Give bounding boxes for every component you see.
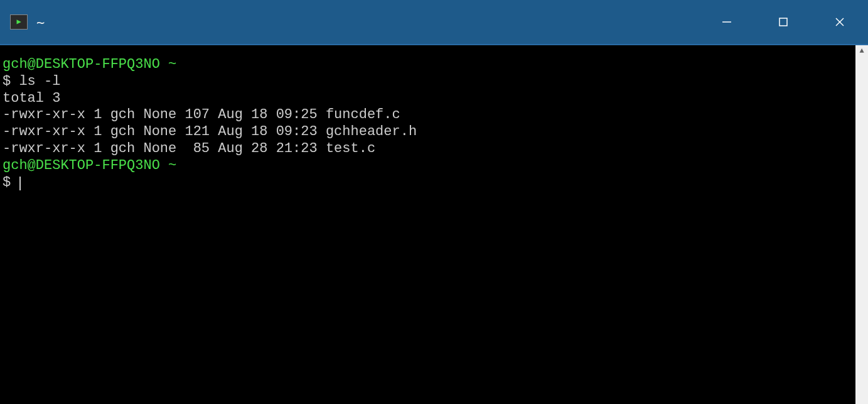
prompt-path: ~ [168,57,176,72]
minimize-icon [721,16,732,28]
terminal-window: ▶ ~ gch@DESKTOP-FFPQ3NO ~ $ ls -l total … [0,0,868,404]
close-icon [834,16,845,28]
command-text: ls -l [19,74,60,89]
close-button[interactable] [812,0,868,44]
terminal-output[interactable]: gch@DESKTOP-FFPQ3NO ~ $ ls -l total 3 -r… [0,45,855,404]
cursor [19,177,21,190]
terminal-icon: ▶ [16,18,21,26]
prompt-path: ~ [168,158,176,173]
prompt-user-host: gch@DESKTOP-FFPQ3NO [3,57,160,72]
prompt-dollar: $ [3,74,11,89]
window-title: ~ [36,14,45,30]
output-entries: -rwxr-xr-x 1 gch None 107 Aug 18 09:25 f… [3,107,417,156]
scroll-up-icon[interactable]: ▲ [855,46,868,55]
prompt-dollar: $ [3,175,11,190]
window-controls [699,0,868,44]
terminal-area: gch@DESKTOP-FFPQ3NO ~ $ ls -l total 3 -r… [0,44,868,404]
svg-rect-1 [780,18,787,26]
minimize-button[interactable] [699,0,755,44]
app-icon: ▶ [10,14,28,30]
prompt-user-host: gch@DESKTOP-FFPQ3NO [3,158,160,173]
maximize-button[interactable] [755,0,812,44]
scrollbar[interactable]: ▲ [855,45,868,404]
output-total: total 3 [3,90,60,106]
titlebar[interactable]: ▶ ~ [0,0,868,44]
maximize-icon [778,17,788,27]
